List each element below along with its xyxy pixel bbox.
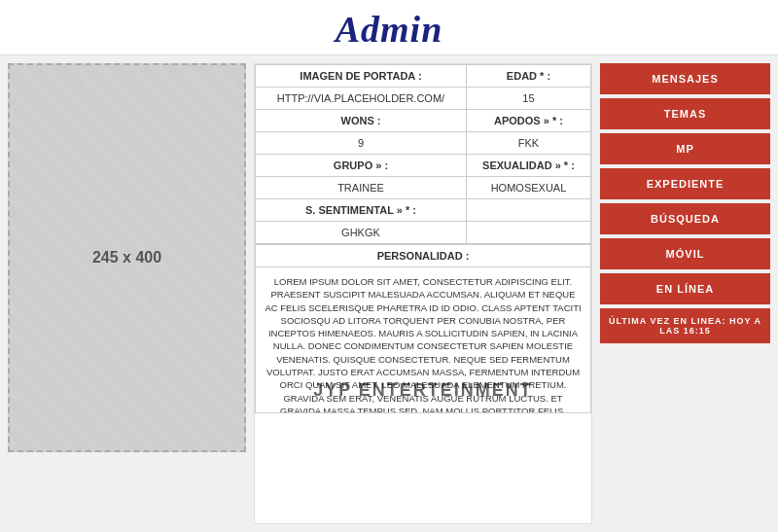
image-size-label: 245 x 400	[92, 249, 161, 266]
ultima-vez-button[interactable]: ÚLTIMA VEZ EN LINEA: HOY A LAS 16:15	[600, 308, 770, 343]
apodos-label: APODOS » * :	[466, 110, 590, 132]
sentimental-value: GHKGK	[256, 222, 467, 244]
watermark: JYP ENTERTEINMENT	[313, 378, 533, 403]
wons-label: WONS :	[256, 110, 467, 132]
en-linea-button[interactable]: EN LÍNEA	[600, 273, 770, 304]
grupo-label: GRUPO » :	[256, 155, 467, 177]
age-value: 15	[466, 88, 590, 110]
mensajes-button[interactable]: MENSAJES	[600, 63, 770, 94]
busqueda-button[interactable]: BÚSQUEDA	[600, 203, 770, 234]
page-wrapper: Admin 245 x 400 IMAGEN DE PORTADA : EDAD…	[0, 0, 778, 532]
apodos-value: FKK	[466, 132, 590, 155]
sentimental-label: S. SENTIMENTAL » * :	[256, 199, 467, 222]
wons-value: 9	[256, 132, 467, 155]
image-url: HTTP://VIA.PLACEHOLDER.COM/	[256, 88, 467, 110]
page-title: Admin	[336, 9, 443, 50]
sexualidad-value: HOMOSEXUAL	[466, 177, 590, 199]
table-row: TRAINEE HOMOSEXUAL	[256, 177, 591, 199]
image-label: IMAGEN DE PORTADA :	[256, 65, 467, 88]
age-label: EDAD * :	[466, 65, 590, 88]
left-panel: 245 x 400	[8, 63, 246, 524]
table-row: HTTP://VIA.PLACEHOLDER.COM/ 15	[256, 88, 591, 110]
personalidad-header: PERSONALIDAD :	[255, 244, 591, 267]
grupo-value: TRAINEE	[256, 177, 467, 199]
table-row: WONS : APODOS » * :	[256, 110, 591, 132]
right-panel: MENSAJES TEMAS MP EXPEDIENTE BÚSQUEDA MÓ…	[600, 63, 770, 524]
table-row: S. SENTIMENTAL » * :	[256, 199, 591, 222]
table-row: 9 FKK	[256, 132, 591, 155]
personalidad-text: LOREM IPSUM DOLOR SIT AMET, CONSECTETUR …	[255, 267, 591, 413]
mp-button[interactable]: MP	[600, 133, 770, 164]
table-row: GRUPO » : SEXUALIDAD » * :	[256, 155, 591, 177]
table-row: GHKGK	[256, 222, 591, 244]
profile-image: 245 x 400	[8, 63, 246, 452]
center-panel: IMAGEN DE PORTADA : EDAD * : HTTP://VIA.…	[254, 63, 592, 524]
main-content: 245 x 400 IMAGEN DE PORTADA : EDAD * : H…	[0, 55, 778, 532]
expediente-button[interactable]: EXPEDIENTE	[600, 168, 770, 199]
table-row: IMAGEN DE PORTADA : EDAD * :	[256, 65, 591, 88]
temas-button[interactable]: TEMAS	[600, 98, 770, 129]
movil-button[interactable]: MÓVIL	[600, 238, 770, 269]
sexualidad-label: SEXUALIDAD » * :	[466, 155, 590, 177]
header: Admin	[0, 0, 778, 55]
profile-table: IMAGEN DE PORTADA : EDAD * : HTTP://VIA.…	[255, 64, 591, 244]
